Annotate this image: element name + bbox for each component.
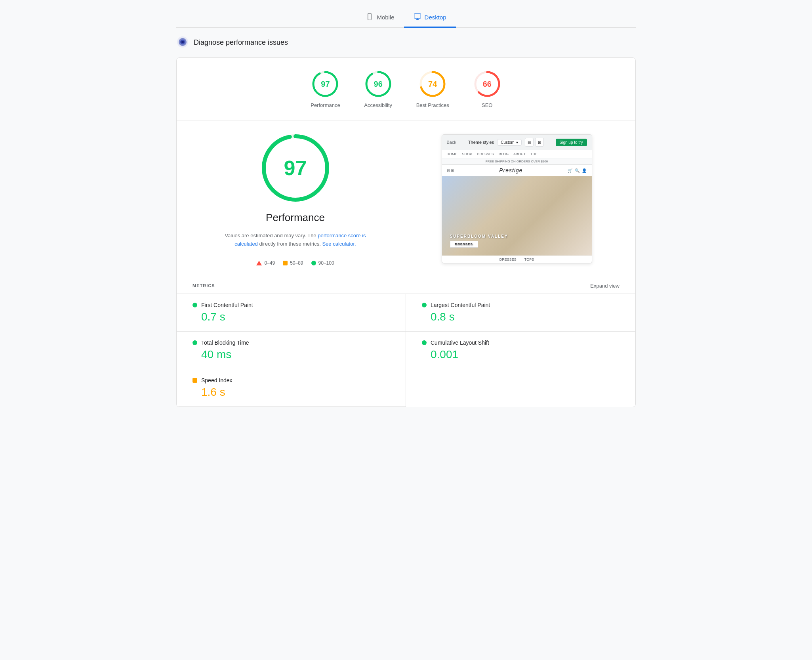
- score-ring-accessibility: 96: [364, 70, 393, 98]
- expand-view-button[interactable]: Expand view: [590, 283, 619, 289]
- legend-triangle-icon: [256, 261, 262, 265]
- score-performance: 97 Performance: [311, 70, 340, 108]
- metric-tbt-name: Total Blocking Time: [201, 340, 249, 346]
- nav-blog: BLOG: [499, 152, 509, 156]
- header-icon: [176, 36, 189, 50]
- tab-mobile[interactable]: Mobile: [356, 8, 404, 28]
- tab-desktop[interactable]: Desktop: [404, 8, 456, 28]
- big-score-ring: 97: [260, 132, 331, 204]
- score-accessibility: 96 Accessibility: [364, 70, 393, 108]
- screenshot-nav: HOME SHOP DRESSES BLOG ABOUT THE: [442, 150, 592, 158]
- screenshot-image-area: SUPERBLOOM VALLEY DRESSES: [442, 176, 592, 256]
- metric-lcp-indicator: [422, 303, 427, 307]
- score-ring-seo: 66: [473, 70, 501, 98]
- metric-tbt-header: Total Blocking Time: [193, 340, 390, 346]
- nav-shop: SHOP: [462, 152, 473, 156]
- metric-si-indicator: [193, 378, 197, 383]
- footer-nav-tops: TOPS: [524, 258, 534, 261]
- metric-cls-name: Cumulative Layout Shift: [431, 340, 489, 346]
- metrics-grid: First Contentful Paint 0.7 s Largest Con…: [177, 294, 635, 407]
- mobile-icon: [366, 13, 374, 22]
- header-bar-icons: ⊟ ⊞: [447, 168, 454, 173]
- screenshot-shop-btn[interactable]: DRESSES: [450, 241, 478, 248]
- legend-red-range: 0–49: [264, 260, 275, 266]
- description-text: Values are estimated and may vary. The: [225, 233, 318, 238]
- metric-si-name: Speed Index: [201, 377, 233, 383]
- cart-icon: 🛒: [568, 168, 572, 173]
- chevron-down-icon: ▾: [516, 140, 518, 145]
- banner-text: FREE SHIPPING ON ORDERS OVER $100: [486, 160, 548, 163]
- tab-bar: Mobile Desktop: [176, 8, 636, 28]
- screenshot-header-bar: ⊟ ⊞ Prestige 🛒 🔍 👤: [442, 165, 592, 176]
- theme-selector[interactable]: Custom ▾: [497, 139, 521, 146]
- detail-section: 97 Performance Values are estimated and …: [177, 120, 635, 278]
- nav-about: ABOUT: [513, 152, 526, 156]
- screenshot-toolbar: Back Theme styles Custom ▾ ⊟ ⊞: [442, 135, 592, 150]
- score-label-accessibility: Accessibility: [364, 102, 392, 108]
- metric-si: Speed Index 1.6 s: [177, 369, 406, 407]
- score-seo: 66 SEO: [473, 70, 501, 108]
- metric-cls-header: Cumulative Layout Shift: [422, 340, 619, 346]
- metric-lcp-name: Largest Contentful Paint: [431, 302, 490, 308]
- metric-fcp-header: First Contentful Paint: [193, 302, 390, 308]
- metric-fcp-name: First Contentful Paint: [201, 302, 253, 308]
- prestige-logo: Prestige: [499, 167, 522, 174]
- score-label-seo: SEO: [482, 102, 492, 108]
- score-ring-performance: 97: [311, 70, 339, 98]
- score-label-best-practices: Best Practices: [416, 102, 449, 108]
- nav-the: THE: [530, 152, 538, 156]
- metric-fcp-indicator: [193, 303, 197, 307]
- metric-cls: Cumulative Layout Shift 0.001: [406, 332, 635, 369]
- page-title: Diagnose performance issues: [194, 38, 288, 47]
- legend: 0–49 50–89 90–100: [256, 260, 334, 266]
- screenshot-footer-nav: DRESSES TOPS: [442, 256, 592, 263]
- screenshot-banner: FREE SHIPPING ON ORDERS OVER $100: [442, 158, 592, 165]
- legend-green: 90–100: [311, 260, 334, 266]
- score-value-performance: 97: [321, 80, 330, 89]
- metrics-header: METRICS Expand view: [177, 278, 635, 294]
- back-label: Back: [447, 140, 456, 145]
- legend-green-range: 90–100: [318, 260, 334, 266]
- score-ring-best-practices: 74: [418, 70, 447, 98]
- score-value-seo: 66: [483, 80, 492, 89]
- big-score-number: 97: [284, 156, 307, 180]
- screenshot-toolbar-middle: Theme styles Custom ▾ ⊟ ⊞: [459, 138, 553, 147]
- score-label-performance: Performance: [311, 102, 340, 108]
- signup-button[interactable]: Sign up to try: [556, 139, 587, 146]
- legend-square-icon: [283, 261, 288, 265]
- toolbar-icon-btn-2[interactable]: ⊞: [535, 138, 544, 147]
- search-icon: 🔍: [575, 168, 579, 173]
- tab-mobile-label: Mobile: [377, 14, 394, 21]
- metric-tbt-indicator: [193, 340, 197, 345]
- desktop-icon: [414, 13, 421, 22]
- tab-desktop-label: Desktop: [425, 14, 446, 21]
- overlay-text: SUPERBLOOM VALLEY: [450, 234, 508, 238]
- nav-home: HOME: [447, 152, 457, 156]
- score-summary: 97 Performance 96 Accessibility: [177, 58, 635, 120]
- metric-si-header: Speed Index: [193, 377, 390, 383]
- metric-tbt: Total Blocking Time 40 ms: [177, 332, 406, 369]
- toolbar-icon-btn-1[interactable]: ⊟: [525, 138, 534, 147]
- detail-left: 97 Performance Values are estimated and …: [193, 132, 398, 266]
- svg-rect-2: [414, 14, 421, 19]
- nav-dresses: DRESSES: [477, 152, 494, 156]
- svg-point-8: [181, 41, 184, 43]
- detail-title: Performance: [266, 212, 325, 224]
- metric-si-value: 1.6 s: [201, 386, 390, 399]
- page-header: Diagnose performance issues: [176, 36, 636, 50]
- score-best-practices: 74 Best Practices: [416, 70, 449, 108]
- metric-lcp-header: Largest Contentful Paint: [422, 302, 619, 308]
- legend-orange-range: 50–89: [290, 260, 303, 266]
- metric-cls-value: 0.001: [431, 348, 619, 361]
- screenshot-toolbar-left: Back: [447, 140, 456, 145]
- svg-rect-0: [368, 13, 371, 20]
- legend-orange: 50–89: [283, 260, 303, 266]
- theme-value: Custom: [501, 140, 514, 145]
- main-card: 97 Performance 96 Accessibility: [176, 57, 636, 407]
- user-icon: 👤: [582, 168, 587, 173]
- calculator-link[interactable]: See calculator.: [322, 241, 356, 247]
- description-middle: directly from these metrics.: [258, 241, 322, 247]
- metric-lcp: Largest Contentful Paint 0.8 s: [406, 294, 635, 332]
- toolbar-icons: ⊟ ⊞: [525, 138, 544, 147]
- metric-lcp-value: 0.8 s: [431, 311, 619, 323]
